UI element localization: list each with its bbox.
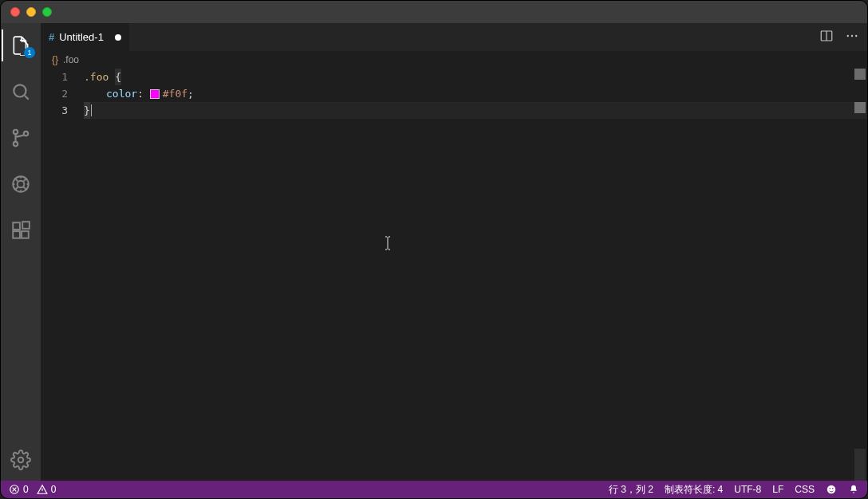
- gutter: 1 2 3: [41, 69, 84, 481]
- notifications-button[interactable]: [848, 484, 859, 495]
- warning-count: 0: [51, 484, 57, 495]
- statusbar: 0 0 行 3，列 2 制表符长度: 4 UTF-8 LF CSS: [1, 481, 867, 498]
- tab-title: Untitled-1: [59, 31, 104, 43]
- cursor-position[interactable]: 行 3，列 2: [609, 483, 653, 497]
- breadcrumb-item: .foo: [63, 54, 79, 65]
- svg-point-13: [851, 34, 853, 36]
- svg-rect-8: [22, 231, 29, 238]
- tabbar: # Untitled-1: [41, 23, 867, 51]
- text-caret: [91, 104, 92, 116]
- error-count: 0: [23, 484, 29, 495]
- line-number: 1: [41, 69, 68, 85]
- svg-point-14: [855, 34, 857, 36]
- extensions-button[interactable]: [2, 214, 40, 246]
- window-minimize-button[interactable]: [26, 7, 36, 17]
- settings-button[interactable]: [2, 444, 40, 476]
- svg-point-12: [847, 34, 849, 36]
- svg-point-10: [18, 458, 24, 463]
- svg-point-2: [14, 142, 18, 146]
- line-number: 3: [41, 102, 68, 119]
- token-brace: }: [84, 102, 90, 119]
- token-brace: {: [115, 69, 121, 85]
- breadcrumb[interactable]: {} .foo: [41, 51, 867, 69]
- more-actions-button[interactable]: [845, 29, 859, 46]
- tab-dirty-indicator: [115, 34, 121, 41]
- code-line: color : #f0f ;: [84, 85, 867, 102]
- code-line: }: [84, 102, 867, 119]
- code-line: .foo {: [84, 69, 867, 85]
- problems-warnings[interactable]: 0: [37, 484, 57, 495]
- svg-point-3: [24, 132, 28, 136]
- explorer-button[interactable]: 1: [2, 29, 40, 61]
- svg-point-17: [829, 488, 831, 489]
- window-maximize-button[interactable]: [42, 7, 52, 17]
- svg-rect-9: [22, 222, 30, 229]
- svg-rect-6: [13, 222, 20, 230]
- scrollbar[interactable]: [854, 449, 866, 481]
- svg-point-16: [827, 485, 836, 494]
- editor-group: # Untitled-1 {} .foo: [41, 23, 867, 481]
- tab-untitled-1[interactable]: # Untitled-1: [41, 23, 129, 51]
- svg-point-5: [18, 181, 25, 188]
- token-property: color: [106, 85, 137, 102]
- app-body: 1 # Untitle: [1, 23, 867, 481]
- activity-bar: 1: [1, 23, 41, 481]
- overview-ruler-mark: [854, 102, 866, 113]
- encoding[interactable]: UTF-8: [734, 484, 761, 495]
- split-editor-button[interactable]: [819, 29, 834, 46]
- svg-rect-7: [13, 231, 20, 238]
- debug-button[interactable]: [2, 168, 40, 200]
- problems-errors[interactable]: 0: [9, 484, 29, 495]
- eol[interactable]: LF: [772, 484, 783, 495]
- indent-size[interactable]: 制表符长度: 4: [665, 483, 723, 497]
- source-control-button[interactable]: [2, 122, 40, 154]
- editor[interactable]: 1 2 3 .foo { color :: [41, 69, 867, 481]
- svg-point-18: [832, 488, 834, 489]
- search-button[interactable]: [2, 76, 40, 108]
- window-close-button[interactable]: [10, 7, 20, 17]
- tab-actions: [819, 29, 867, 46]
- app-window: 1 # Untitle: [0, 0, 868, 499]
- explorer-badge: 1: [24, 47, 35, 58]
- token-semicolon: ;: [187, 85, 194, 102]
- breadcrumb-symbol-icon: {}: [52, 54, 58, 65]
- line-number: 2: [41, 85, 68, 102]
- code-area[interactable]: .foo { color : #f0f ; }: [84, 69, 867, 481]
- svg-point-0: [14, 84, 26, 96]
- feedback-button[interactable]: [826, 484, 837, 495]
- language-mode[interactable]: CSS: [795, 484, 815, 495]
- color-swatch[interactable]: [150, 89, 160, 99]
- overview-ruler-mark: [854, 69, 866, 80]
- token-selector: .foo: [84, 69, 108, 85]
- token-colon: :: [137, 85, 144, 102]
- token-value: #f0f: [163, 85, 187, 102]
- css-file-icon: #: [49, 31, 54, 43]
- svg-point-1: [14, 130, 18, 134]
- titlebar: [1, 1, 867, 23]
